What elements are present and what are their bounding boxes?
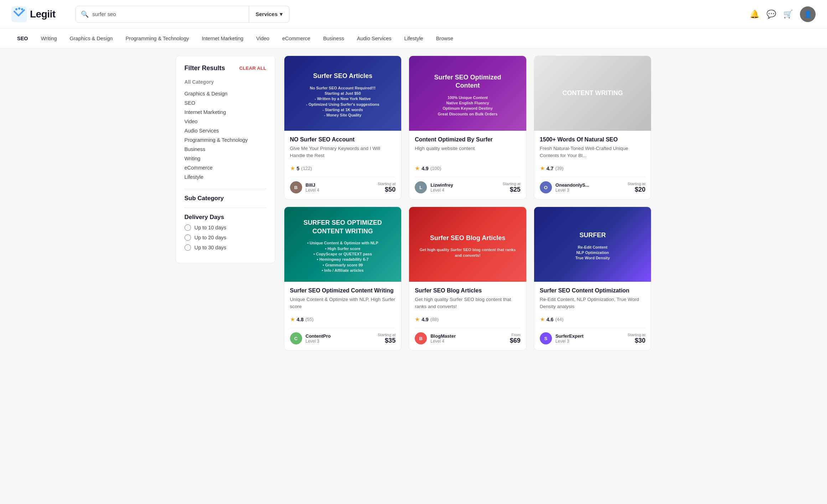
card-rating-5: ★ 4.6 (44) [540,316,646,323]
seller-name-5: SurferExpert [555,333,628,339]
logo[interactable]: Legiit [11,6,68,22]
price-2: $20 [627,186,645,193]
delivery-option-1[interactable]: Up to 20 days [185,234,267,241]
delivery-label-1: Up to 20 days [195,235,226,240]
message-icon[interactable]: 💬 [766,10,776,19]
seller-level-4: Level 4 [430,339,510,344]
card-rating-1: ★ 4.9 (100) [415,165,521,172]
card-rating-4: ★ 4.9 (88) [415,316,521,323]
category-item-writing[interactable]: Writing [185,154,267,163]
nav-item-writing[interactable]: Writing [35,33,63,44]
category-item-video[interactable]: Video [185,117,267,126]
service-card-5[interactable]: SURFERRe-Edit Content NLP Optimization T… [534,207,652,350]
card-description-1: High quality website content [415,145,521,161]
seller-avatar-3: C [290,332,302,344]
delivery-option-0[interactable]: Up to 10 days [185,224,267,231]
price-area-1: Starting at $25 [503,182,521,193]
filter-header: Filter Results CLEAR ALL [185,64,267,72]
service-card-4[interactable]: Surfer SEO Blog ArticlesGet high quality… [409,207,527,350]
sidebar-divider-1 [185,189,267,189]
avatar[interactable]: 👤 [800,6,816,22]
nav-item-graphics---design[interactable]: Graphics & Design [64,33,118,44]
nav-item-seo[interactable]: SEO [11,33,34,44]
card-footer-2: OOneandonlyS... Level 3Starting at $20 [540,177,646,193]
price-area-4: From $69 [510,333,521,344]
starting-at-4: From [510,333,521,337]
star-icon: ★ [290,165,295,172]
nav-item-video[interactable]: Video [250,33,275,44]
card-img-main-4: Surfer SEO Blog Articles [427,230,509,246]
delivery-radio-2[interactable] [185,244,191,251]
delivery-radio-1[interactable] [185,234,191,241]
seller-level-1: Level 4 [430,188,503,193]
seller-name-0: BillJ [306,182,378,188]
notification-icon[interactable]: 🔔 [750,10,759,19]
nav-item-browse[interactable]: Browse [430,33,459,44]
cart-icon[interactable]: 🛒 [783,10,793,19]
search-input[interactable] [92,11,244,17]
card-title-4: Surfer SEO Blog Articles [415,287,521,294]
delivery-days-title: Delivery Days [185,214,267,221]
seller-name-3: ContentPro [306,333,378,339]
seller-level-0: Level 4 [306,188,378,193]
card-img-sub-5: Re-Edit Content NLP Optimization True Wo… [575,245,610,261]
price-5: $30 [627,337,645,344]
category-item-audio-services[interactable]: Audio Services [185,126,267,135]
seller-avatar-4: B [415,332,427,344]
card-img-main-1: Surfer SEO Optimized Content [418,70,518,94]
category-item-business[interactable]: Business [185,145,267,154]
delivery-radio-0[interactable] [185,224,191,231]
search-icon: 🔍 [81,10,89,18]
card-image-5: SURFERRe-Edit Content NLP Optimization T… [534,207,651,282]
logo-icon [11,6,27,22]
category-item-seo[interactable]: SEO [185,98,267,108]
services-dropdown-button[interactable]: Services ▾ [249,6,289,23]
card-rating-3: ★ 4.8 (55) [290,316,396,323]
card-title-0: NO Surfer SEO Account [290,136,396,143]
nav-item-programming---technology[interactable]: Programming & Technology [120,33,195,44]
rating-count-2: (39) [555,166,563,171]
nav-item-lifestyle[interactable]: Lifestyle [398,33,429,44]
category-item-ecommerce[interactable]: eCommerce [185,163,267,172]
service-card-1[interactable]: Surfer SEO Optimized Content100% Unique … [409,56,527,199]
rating-count-3: (55) [305,317,314,322]
search-area: 🔍 Services ▾ [76,6,289,23]
seller-name-1: Lizwinfrey [430,182,503,188]
seller-name-2: OneandonlyS... [555,182,628,188]
nav-item-internet-marketing[interactable]: Internet Marketing [196,33,249,44]
nav-item-audio-services[interactable]: Audio Services [351,33,397,44]
card-img-main-2: CONTENT WRITING [559,85,626,101]
service-card-0[interactable]: Surfer SEO ArticlesNo Surfer SEO Account… [284,56,402,199]
rating-count-1: (100) [430,166,441,171]
svg-point-2 [18,7,20,10]
category-item-graphics---design[interactable]: Graphics & Design [185,89,267,98]
delivery-option-2[interactable]: Up to 30 days [185,244,267,251]
main-content: Filter Results CLEAR ALL All Category Gr… [164,48,663,358]
card-description-2: Fresh Natural-Toned Well-Crafted Unique … [540,145,646,161]
card-image-1: Surfer SEO Optimized Content100% Unique … [409,56,526,131]
search-input-wrap: 🔍 [76,6,249,23]
filter-title: Filter Results [185,64,225,72]
card-title-1: Content Optimized By Surfer [415,136,521,143]
card-image-3: SURFER SEO OPTIMIZED CONTENT WRITING• Un… [284,207,402,282]
category-item-lifestyle[interactable]: Lifestyle [185,172,267,182]
price-area-0: Starting at $50 [378,182,396,193]
category-list: Graphics & DesignSEOInternet MarketingVi… [185,89,267,182]
category-item-internet-marketing[interactable]: Internet Marketing [185,108,267,117]
delivery-options: Up to 10 daysUp to 20 daysUp to 30 days [185,224,267,251]
service-card-3[interactable]: SURFER SEO OPTIMIZED CONTENT WRITING• Un… [284,207,402,350]
rating-value-3: 4.8 [297,317,304,322]
rating-value-2: 4.7 [547,166,553,171]
seller-info-5: SurferExpert Level 3 [555,333,628,344]
svg-point-1 [15,8,17,10]
nav-item-business[interactable]: Business [317,33,350,44]
star-icon: ★ [540,165,545,172]
category-item-programming---technology[interactable]: Programming & Technology [185,135,267,145]
sub-category-title: Sub Category [185,195,267,202]
price-1: $25 [503,186,521,193]
seller-avatar-2: O [540,181,552,193]
service-card-2[interactable]: CONTENT WRITING1500+ Words Of Natural SE… [534,56,652,199]
clear-all-button[interactable]: CLEAR ALL [239,66,267,71]
nav-item-ecommerce[interactable]: eCommerce [276,33,316,44]
seller-info-4: BlogMaster Level 4 [430,333,510,344]
